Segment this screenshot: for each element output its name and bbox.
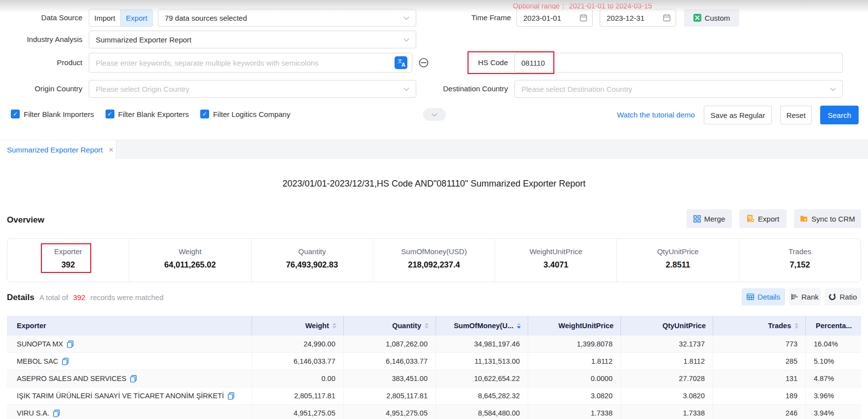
percentage-cell: 3.94% xyxy=(806,405,861,419)
filter-checkbox-group: ✓ Filter Blank Importers ✓ Filter Blank … xyxy=(11,110,290,118)
industry-analysis-label: Industry Analysis xyxy=(0,31,82,48)
sum-of-money-cell: 34,981,197.46 xyxy=(436,336,528,352)
industry-analysis-value: Summarized Exporter Report xyxy=(89,36,191,44)
import-toggle-button[interactable]: Import xyxy=(89,9,121,27)
column-header[interactable]: Percenta... xyxy=(806,316,861,336)
chevron-down-icon xyxy=(432,111,437,116)
checkbox-checked-icon[interactable]: ✓ xyxy=(200,110,209,118)
stat-value: 218,092,237.4 xyxy=(408,260,460,269)
hs-code-input[interactable] xyxy=(514,53,843,73)
date-from-input[interactable]: 2023-01-01 xyxy=(516,9,593,27)
sort-icon[interactable] xyxy=(795,323,798,329)
view-details-label: Details xyxy=(758,293,780,301)
copy-icon[interactable] xyxy=(67,341,73,348)
checkbox-checked-icon[interactable]: ✓ xyxy=(11,110,20,118)
close-icon[interactable]: × xyxy=(108,146,113,154)
export-toggle-button[interactable]: Export xyxy=(121,9,153,27)
filter-checkbox[interactable]: ✓ Filter Logitics Company xyxy=(200,110,290,118)
stat-value: 64,011,265.02 xyxy=(164,260,216,269)
merge-button[interactable]: Merge xyxy=(687,209,732,228)
table-row[interactable]: MEBOL SAC 6,146,033.77 6,146,033.77 11,1… xyxy=(7,353,861,370)
matched-suffix: records were matched xyxy=(90,293,163,302)
origin-country-label: Origin Country xyxy=(0,80,82,98)
export-button[interactable]: Export xyxy=(739,209,787,228)
column-header[interactable]: SumOfMoney(U... xyxy=(436,316,528,336)
destination-country-select[interactable]: Please select Destination Country xyxy=(514,80,843,98)
copy-icon[interactable] xyxy=(62,358,69,365)
report-title: 2023/01/01-2023/12/31,HS Code AND"081110… xyxy=(0,179,868,189)
column-header-label: SumOfMoney(U... xyxy=(454,322,513,330)
sum-of-money-cell: 8,584,480.00 xyxy=(436,405,528,419)
sort-icon[interactable] xyxy=(425,323,429,329)
sync-to-crm-button[interactable]: Sync to CRM xyxy=(794,209,861,228)
weight-unit-price-cell: 1,399.8078 xyxy=(528,336,621,352)
weight-unit-price-cell: 1.7338 xyxy=(528,405,621,419)
view-ratio-button[interactable]: Ratio xyxy=(825,288,861,305)
product-label: Product xyxy=(0,53,82,73)
view-rank-button[interactable]: Rank xyxy=(789,288,821,305)
time-frame-label: Time Frame xyxy=(436,9,511,27)
column-header[interactable]: Weight xyxy=(252,316,344,336)
stat-label: Exporter xyxy=(54,247,82,256)
view-details-button[interactable]: Details xyxy=(742,288,785,305)
stat-label: QtyUnitPrice xyxy=(657,247,698,256)
stat-value: 7,152 xyxy=(790,260,810,269)
copy-icon[interactable] xyxy=(228,392,234,400)
data-source-label: Data Source xyxy=(0,9,82,27)
checkbox-checked-icon[interactable]: ✓ xyxy=(106,110,114,118)
table-row[interactable]: SUNOPTA MX 24,990.00 1,087,262.00 34,981… xyxy=(7,336,861,353)
column-header[interactable]: QtyUnitPrice xyxy=(621,316,713,336)
sort-icon[interactable] xyxy=(332,323,336,329)
data-sources-select[interactable]: 79 data sources selected xyxy=(158,9,416,27)
translate-icon[interactable]: 文A xyxy=(395,56,407,69)
origin-country-select[interactable]: Please select Origin Country xyxy=(89,80,416,98)
qty-unit-price-cell: 1.8112 xyxy=(621,353,713,370)
table-row[interactable]: IŞIK TARIM ÜRÜNLERİ SANAYİ VE TİCARET AN… xyxy=(7,387,861,405)
exporter-name[interactable]: IŞIK TARIM ÜRÜNLERİ SANAYİ VE TİCARET AN… xyxy=(17,392,224,400)
filter-checkbox[interactable]: ✓ Filter Blank Exporters xyxy=(106,110,189,118)
exporter-name[interactable]: ASEPRO SALES AND SERVICES xyxy=(17,375,126,382)
details-heading: Details xyxy=(7,293,35,303)
rank-view-icon xyxy=(791,294,798,300)
percentage-cell: 4.87% xyxy=(806,370,861,387)
view-rank-label: Rank xyxy=(801,293,819,301)
exporter-name[interactable]: VIRU S.A. xyxy=(17,409,49,417)
table-row[interactable]: VIRU S.A. 4,951,275.05 4,951,275.05 8,58… xyxy=(7,405,861,419)
quantity-cell: 383,451.00 xyxy=(344,370,436,387)
details-view-icon xyxy=(747,294,754,300)
minus-circle-icon[interactable] xyxy=(418,57,429,68)
filter-checkbox[interactable]: ✓ Filter Blank Importers xyxy=(11,110,94,118)
column-header[interactable]: Trades xyxy=(713,316,806,336)
tutorial-demo-link[interactable]: Watch the tutorial demo xyxy=(617,111,695,119)
table-body: SUNOPTA MX 24,990.00 1,087,262.00 34,981… xyxy=(7,336,861,419)
column-header[interactable]: WeightUnitPrice xyxy=(528,316,621,336)
copy-icon[interactable] xyxy=(130,375,137,382)
copy-icon[interactable] xyxy=(53,410,60,417)
tab-label: Summarized Exporter Report xyxy=(7,146,103,154)
matched-prefix: A total of xyxy=(39,293,68,302)
ratio-view-icon xyxy=(829,293,836,301)
reset-button[interactable]: Reset xyxy=(780,106,812,124)
industry-analysis-select[interactable]: Summarized Exporter Report xyxy=(89,31,416,48)
details-summary: Details A total of 392 records were matc… xyxy=(7,293,164,303)
column-header[interactable]: Exporter xyxy=(7,316,252,336)
save-as-regular-button[interactable]: Save as Regular xyxy=(704,106,772,124)
column-header[interactable]: Quantity xyxy=(344,316,436,336)
exporter-name[interactable]: SUNOPTA MX xyxy=(17,340,63,348)
stat-label: SumOfMoney(USD) xyxy=(401,247,467,256)
date-to-input[interactable]: 2023-12-31 xyxy=(600,9,676,27)
column-header-label: Trades xyxy=(768,322,791,330)
sum-of-money-cell: 8,645,282.32 xyxy=(436,387,528,404)
quantity-cell: 4,951,275.05 xyxy=(344,405,436,419)
svg-text:A: A xyxy=(401,62,405,68)
exporter-name[interactable]: MEBOL SAC xyxy=(17,357,58,365)
search-button[interactable]: Search xyxy=(820,106,859,124)
sort-icon[interactable] xyxy=(517,323,521,329)
product-keywords-input[interactable] xyxy=(89,53,412,73)
custom-button-label: Custom xyxy=(705,14,730,22)
qty-unit-price-cell: 1.7338 xyxy=(621,405,713,419)
table-row[interactable]: ASEPRO SALES AND SERVICES 0.00 383,451.0… xyxy=(7,370,861,387)
collapse-filters-toggle[interactable] xyxy=(423,108,446,121)
tab-summarized-exporter-report[interactable]: Summarized Exporter Report × xyxy=(0,140,116,159)
custom-range-button[interactable]: Custom xyxy=(684,9,739,27)
